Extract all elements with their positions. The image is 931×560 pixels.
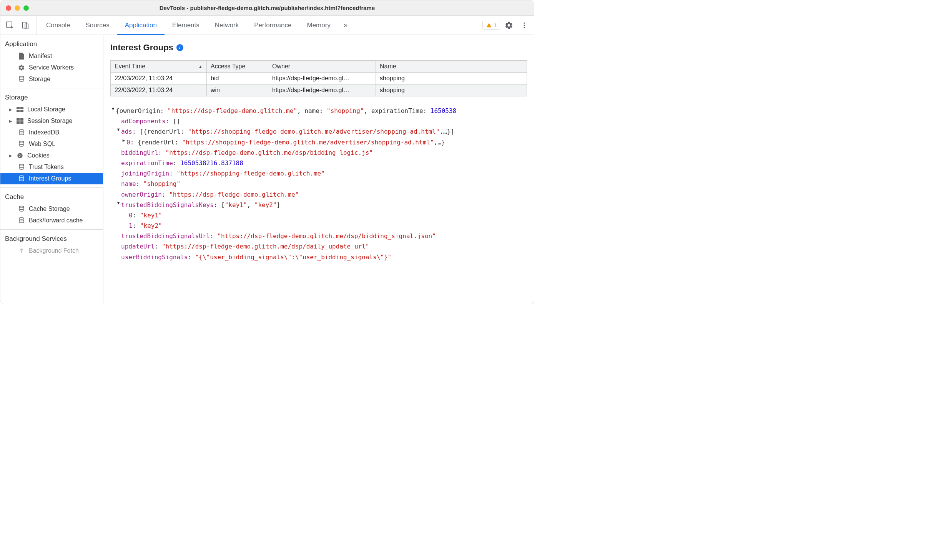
- svg-rect-9: [17, 110, 20, 112]
- tab-network[interactable]: Network: [207, 16, 246, 35]
- sidebar-item-label: Storage: [29, 76, 50, 83]
- json-root[interactable]: ▼ {ownerOrigin: "https://dsp-fledge-demo…: [110, 106, 527, 116]
- cell-event-time: 22/03/2022, 11:03:24: [111, 84, 207, 96]
- json-prop-tbsu[interactable]: trustedBiddingSignalsUrl: "https://dsp-f…: [110, 231, 527, 241]
- inspect-element-icon[interactable]: [3, 19, 17, 32]
- collapse-arrow-icon[interactable]: ▼: [116, 126, 121, 137]
- svg-point-20: [19, 156, 20, 157]
- table-row[interactable]: 22/03/2022, 11:03:24 win https://dsp-fle…: [111, 84, 527, 96]
- sidebar-item-local-storage[interactable]: ▶ Local Storage: [0, 104, 103, 115]
- sort-asc-icon: ▲: [198, 64, 203, 69]
- col-event-time[interactable]: Event Time▲: [111, 61, 207, 73]
- tab-memory[interactable]: Memory: [299, 16, 338, 35]
- tab-performance[interactable]: Performance: [246, 16, 299, 35]
- tab-application[interactable]: Application: [117, 16, 165, 35]
- json-prop-userbiddingsignals[interactable]: userBiddingSignals: "{\"user_bidding_sig…: [110, 252, 527, 262]
- window-controls: [6, 5, 29, 11]
- tabs-overflow[interactable]: »: [338, 21, 353, 29]
- sidebar-item-label: Back/forward cache: [29, 217, 83, 224]
- svg-rect-10: [20, 110, 23, 112]
- file-icon: [17, 52, 26, 60]
- json-prop-ads[interactable]: ▼ ads: [{renderUrl: "https://shopping-fl…: [110, 126, 527, 137]
- info-icon[interactable]: i: [176, 44, 183, 51]
- sidebar-item-label: Local Storage: [27, 106, 65, 113]
- json-prop-name[interactable]: name: "shopping": [110, 179, 527, 189]
- sidebar-item-session-storage[interactable]: ▶ Session Storage: [0, 115, 103, 127]
- col-owner[interactable]: Owner: [268, 61, 376, 73]
- expand-arrow-icon[interactable]: ▶: [121, 137, 126, 147]
- close-window-button[interactable]: [6, 5, 11, 11]
- sidebar-item-cookies[interactable]: ▶ Cookies: [0, 150, 103, 161]
- database-icon: [17, 163, 26, 171]
- titlebar: DevTools - publisher-fledge-demo.glitch.…: [0, 0, 534, 16]
- json-prop-tbsk-1[interactable]: 1: "key2": [110, 220, 527, 231]
- sidebar-item-websql[interactable]: Web SQL: [0, 138, 103, 150]
- settings-icon[interactable]: [502, 19, 515, 32]
- panel-title: Interest Groups: [110, 43, 173, 53]
- sidebar-item-label: Manifest: [29, 53, 52, 60]
- json-prop-updateurl[interactable]: updateUrl: "https://dsp-fledge-demo.glit…: [110, 241, 527, 252]
- sidebar-section-background: Background Services Background Fetch: [0, 230, 103, 260]
- tab-sources[interactable]: Sources: [78, 16, 117, 35]
- sidebar-item-label: Trust Tokens: [29, 164, 64, 171]
- json-prop-tbsk-0[interactable]: 0: "key1": [110, 210, 527, 220]
- cell-owner: https://dsp-fledge-demo.gl…: [268, 73, 376, 84]
- json-prop-expirationtime[interactable]: expirationTime: 1650538216.837188: [110, 158, 527, 168]
- sidebar-item-manifest[interactable]: Manifest: [0, 50, 103, 62]
- minimize-window-button[interactable]: [15, 5, 20, 11]
- database-icon: [17, 140, 26, 148]
- collapse-arrow-icon[interactable]: ▼: [116, 200, 121, 210]
- svg-point-6: [19, 76, 24, 78]
- sidebar-section-title: Storage: [0, 91, 103, 104]
- panel-title-row: Interest Groups i: [110, 43, 527, 53]
- sidebar-item-storage[interactable]: Storage: [0, 73, 103, 85]
- warnings-badge[interactable]: 1: [482, 21, 500, 30]
- sidebar-item-background-fetch[interactable]: Background Fetch: [0, 245, 103, 257]
- json-prop-biddingurl[interactable]: biddingUrl: "https://dsp-fledge-demo.gli…: [110, 147, 527, 158]
- sidebar-section-title: Application: [0, 38, 103, 50]
- more-menu-icon[interactable]: [518, 19, 531, 32]
- upload-icon: [17, 247, 26, 255]
- devtools-window: DevTools - publisher-fledge-demo.glitch.…: [0, 0, 534, 304]
- svg-point-22: [19, 176, 24, 178]
- json-prop-ownerorigin[interactable]: ownerOrigin: "https://dsp-fledge-demo.gl…: [110, 189, 527, 200]
- content-panel: Interest Groups i Event Time▲ Access Typ…: [103, 35, 534, 304]
- sidebar: Application Manifest Service Workers Sto…: [0, 35, 103, 304]
- table-icon: [16, 105, 24, 114]
- maximize-window-button[interactable]: [23, 5, 29, 11]
- json-prop-ads-0[interactable]: ▶ 0: {renderUrl: "https://shopping-fledg…: [110, 137, 527, 147]
- events-table: Event Time▲ Access Type Owner Name 22/03…: [110, 60, 527, 96]
- expand-arrow-icon[interactable]: ▶: [8, 107, 13, 112]
- col-access-type[interactable]: Access Type: [207, 61, 268, 73]
- json-prop-joiningorigin[interactable]: joiningOrigin: "https://shopping-fledge-…: [110, 168, 527, 179]
- device-toggle-icon[interactable]: [19, 19, 32, 32]
- sidebar-item-service-workers[interactable]: Service Workers: [0, 62, 103, 73]
- cell-name: shopping: [376, 73, 527, 84]
- svg-point-16: [19, 141, 24, 143]
- sidebar-section-title: Cache: [0, 191, 103, 203]
- svg-rect-11: [17, 118, 20, 121]
- sidebar-section-storage: Storage ▶ Local Storage ▶ Session Storag…: [0, 88, 103, 188]
- svg-point-18: [19, 154, 20, 155]
- expand-arrow-icon[interactable]: ▶: [8, 153, 13, 158]
- sidebar-item-interest-groups[interactable]: Interest Groups: [0, 173, 103, 184]
- cell-name: shopping: [376, 84, 527, 96]
- sidebar-item-indexeddb[interactable]: IndexedDB: [0, 127, 103, 138]
- expand-arrow-icon[interactable]: ▶: [8, 119, 13, 124]
- warning-icon: [486, 22, 492, 28]
- tab-console[interactable]: Console: [38, 16, 78, 35]
- sidebar-item-bfcache[interactable]: Back/forward cache: [0, 215, 103, 226]
- json-prop-tbsk[interactable]: ▼ trustedBiddingSignalsKeys: ["key1", "k…: [110, 200, 527, 210]
- col-name[interactable]: Name: [376, 61, 527, 73]
- svg-rect-8: [20, 107, 23, 109]
- svg-point-15: [19, 130, 24, 132]
- json-prop-adcomponents[interactable]: adComponents: []: [110, 116, 527, 126]
- table-header-row: Event Time▲ Access Type Owner Name: [111, 61, 527, 73]
- collapse-arrow-icon[interactable]: ▼: [110, 106, 116, 116]
- sidebar-item-trust-tokens[interactable]: Trust Tokens: [0, 161, 103, 173]
- table-row[interactable]: 22/03/2022, 11:03:24 bid https://dsp-fle…: [111, 73, 527, 84]
- database-icon: [17, 216, 26, 225]
- tab-elements[interactable]: Elements: [165, 16, 207, 35]
- sidebar-item-label: Background Fetch: [29, 247, 79, 254]
- sidebar-item-cache-storage[interactable]: Cache Storage: [0, 203, 103, 215]
